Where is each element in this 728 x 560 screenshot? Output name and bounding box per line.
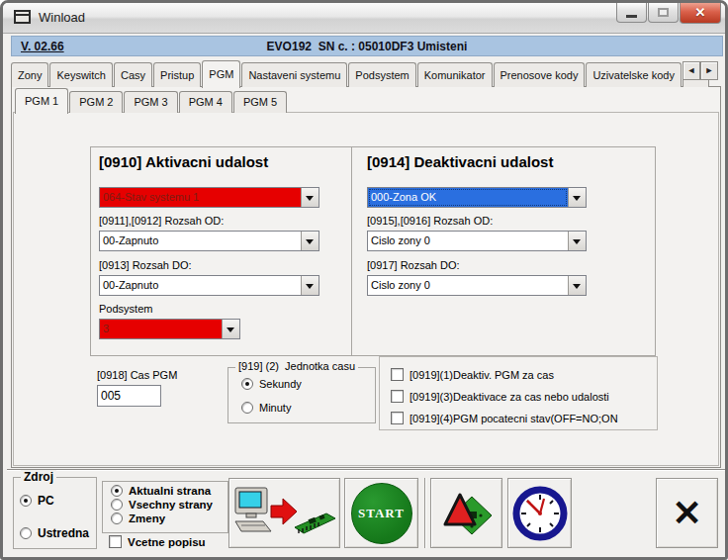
partition-value[interactable]: 3	[100, 320, 222, 338]
source-central-option[interactable]: Ustredna	[20, 526, 89, 540]
events-box-divider	[351, 147, 352, 355]
tab-pgm[interactable]: PGM	[202, 60, 240, 88]
tab-scroll-left-icon[interactable]: ◄	[682, 61, 700, 80]
deactivation-range-from-combo[interactable]: Cislo zony 0	[367, 231, 587, 251]
tab-pgm3[interactable]: PGM 3	[124, 91, 177, 113]
close-button[interactable]: ✕	[680, 3, 721, 24]
toolbar-divider	[424, 478, 426, 548]
partition-combo[interactable]: 3	[99, 319, 240, 339]
checkbox-opt2[interactable]	[391, 390, 404, 403]
tab-nastaveni-systemu[interactable]: Nastaveni systemu	[241, 62, 347, 87]
system-info: EVO192 SN c. : 05010DF3 Umisteni	[12, 40, 722, 53]
activation-event-value[interactable]: 064-Stav systemu 1	[100, 188, 301, 207]
radio-all-pages[interactable]	[111, 499, 123, 511]
scope-current-label: Aktualni strana	[129, 485, 211, 497]
activation-range-to-label: [0913] Rozsah DO:	[99, 259, 192, 271]
maximize-icon	[658, 8, 669, 17]
activation-range-from-combo[interactable]: 00-Zapnuto	[99, 231, 319, 251]
activation-title: [0910] Aktivacni udalost	[99, 153, 268, 170]
main-tabstrip: Zony Keyswitch Casy Pristup PGM Nastaven…	[11, 59, 710, 87]
option2-label: [0919](3)Deaktivace za cas nebo udalosti	[410, 391, 609, 403]
warning-board-icon	[441, 488, 493, 539]
deactivation-title: [0914] Deaktivacni udalost	[367, 153, 553, 170]
radio-pc[interactable]	[20, 495, 32, 507]
radio-changes[interactable]	[111, 513, 123, 524]
checkbox-include-desc[interactable]	[109, 535, 122, 548]
tab-komunikator[interactable]: Komunikator	[417, 62, 493, 87]
activation-event-combo[interactable]: 064-Stav systemu 1	[99, 187, 319, 208]
chevron-down-icon[interactable]	[301, 188, 318, 207]
radio-minutes[interactable]	[241, 402, 253, 414]
deactivation-event-combo[interactable]: 000-Zona OK	[367, 187, 587, 208]
deactivation-range-to-combo[interactable]: Cislo zony 0	[367, 275, 587, 296]
tab-pgm5[interactable]: PGM 5	[233, 91, 287, 113]
scope-changes-option[interactable]: Zmeny	[111, 513, 165, 524]
bottom-separator	[7, 469, 727, 471]
deactivation-range-from-value[interactable]: Cislo zony 0	[368, 232, 568, 250]
tab-pgm1[interactable]: PGM 1	[15, 88, 68, 114]
option-initial-state[interactable]: [0919](4)PGM pocatecni stav(OFF=NO;ON	[391, 412, 618, 424]
source-central-label: Ustredna	[38, 526, 89, 540]
maximize-button[interactable]	[648, 3, 679, 23]
include-descriptions-option[interactable]: Vcetne popisu	[109, 535, 206, 548]
source-pc-label: PC	[38, 494, 54, 508]
tab-prenosove-kody[interactable]: Prenosove kody	[494, 62, 586, 87]
tab-pgm2[interactable]: PGM 2	[69, 91, 123, 113]
deactivation-range-to-value[interactable]: Cislo zony 0	[368, 276, 568, 295]
chevron-down-icon[interactable]	[568, 232, 586, 250]
pgm-time-label: [0918] Cas PGM	[97, 369, 177, 381]
activation-range-to-value[interactable]: 00-Zapnuto	[100, 276, 301, 295]
clock-button[interactable]	[507, 478, 572, 548]
tab-pgm4[interactable]: PGM 4	[179, 91, 232, 113]
checkbox-opt1[interactable]	[391, 368, 404, 381]
exit-button[interactable]: ✕	[656, 478, 718, 548]
scope-current-option[interactable]: Aktualni strana	[111, 485, 211, 497]
minimize-icon	[626, 15, 637, 18]
deactivation-range-from-label: [0915],[0916] Rozsah OD:	[367, 215, 493, 227]
tab-keyswitch[interactable]: Keyswitch	[49, 62, 113, 87]
window-title: Winload	[39, 10, 85, 25]
radio-current-page[interactable]	[111, 485, 123, 497]
unit-minutes-option[interactable]: Minuty	[241, 402, 291, 414]
source-pc-option[interactable]: PC	[20, 494, 54, 508]
close-icon: ✕	[681, 5, 720, 20]
start-button[interactable]: START	[344, 478, 418, 548]
time-unit-group: [919] (2) Jednotka casu	[228, 367, 376, 423]
chevron-down-icon[interactable]	[568, 188, 586, 207]
chevron-down-icon[interactable]	[222, 320, 239, 338]
scope-changes-label: Zmeny	[129, 513, 165, 524]
pgm-time-input[interactable]	[97, 385, 161, 407]
winload-window: Winload ✕ V. 02.66 EVO192 SN c. : 05010D…	[0, 0, 728, 560]
radio-central[interactable]	[20, 527, 32, 539]
pc-to-panel-icon	[233, 486, 336, 541]
chevron-down-icon[interactable]	[301, 232, 318, 250]
tab-pristup[interactable]: Pristup	[153, 62, 201, 87]
activation-range-from-value[interactable]: 00-Zapnuto	[100, 232, 301, 250]
chevron-down-icon[interactable]	[301, 276, 318, 295]
activation-range-to-combo[interactable]: 00-Zapnuto	[99, 275, 319, 296]
start-icon: START	[351, 483, 412, 544]
time-unit-group-label: [919] (2) Jednotka casu	[235, 360, 358, 372]
unit-minutes-label: Minuty	[259, 402, 291, 414]
option-deactivate-by-time[interactable]: [0919](1)Deaktiv. PGM za cas	[391, 368, 554, 381]
unit-seconds-option[interactable]: Sekundy	[241, 378, 302, 390]
tab-zony[interactable]: Zony	[11, 62, 48, 87]
tab-podsystem[interactable]: Podsystem	[348, 62, 415, 87]
tab-uzivatelske-kody[interactable]: Uzivatelske kody	[586, 62, 682, 87]
option-deactivate-time-or-event[interactable]: [0919](3)Deaktivace za cas nebo udalosti	[391, 390, 609, 403]
checkbox-opt3[interactable]	[391, 412, 404, 424]
tab-casy[interactable]: Casy	[114, 62, 152, 87]
pgm-sub-tabstrip: PGM 1 PGM 2 PGM 3 PGM 4 PGM 5	[15, 87, 288, 113]
tab-scroll-right-icon[interactable]: ►	[700, 61, 718, 80]
scope-all-label: Vsechny strany	[129, 499, 213, 511]
verify-transfer-button[interactable]	[430, 478, 502, 548]
write-pc-to-panel-button[interactable]	[228, 478, 340, 548]
deactivation-event-value[interactable]: 000-Zona OK	[368, 188, 568, 207]
titlebar[interactable]: Winload ✕	[3, 3, 725, 34]
scope-all-option[interactable]: Vsechny strany	[111, 499, 213, 511]
unit-seconds-label: Sekundy	[259, 378, 302, 390]
partition-label: Podsystem	[99, 303, 152, 315]
minimize-button[interactable]	[616, 3, 647, 23]
radio-seconds[interactable]	[241, 378, 253, 390]
chevron-down-icon[interactable]	[568, 276, 586, 295]
